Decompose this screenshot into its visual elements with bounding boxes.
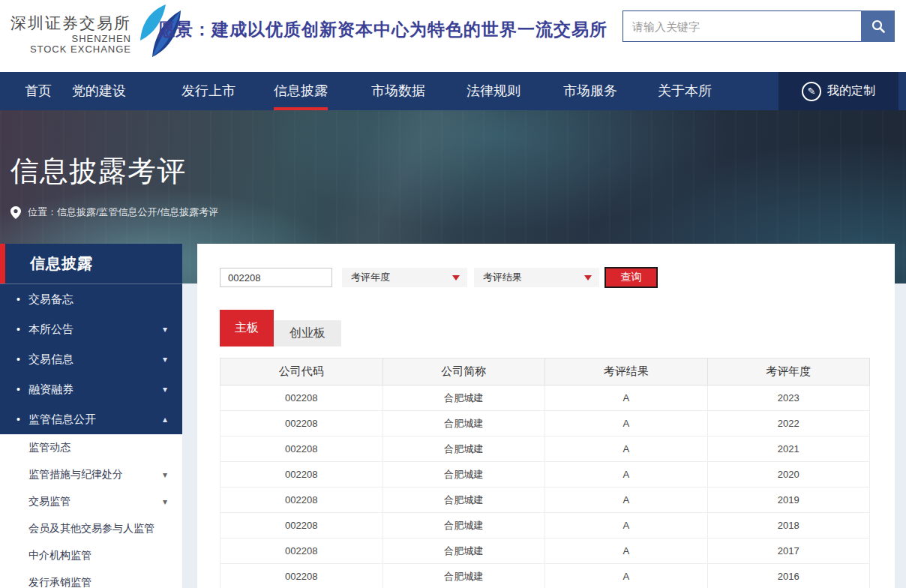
dropdown-arrow-icon: ▾ [163, 470, 167, 480]
table-row: 002208 合肥城建 A 2018 [220, 513, 870, 538]
eval-year-dropdown[interactable]: 考评年度 [342, 268, 467, 287]
table-body: 002208 合肥城建 A 2023 002208 合肥城建 A 2022 00… [220, 386, 870, 588]
cell-company-name: 合肥城建 [382, 386, 545, 411]
table-column-header: 考评结果 [545, 358, 708, 386]
nav-item[interactable]: 首页 [25, 72, 52, 110]
breadcrumb[interactable]: 位置：信息披露/监管信息公开/信息披露考评 [28, 206, 218, 219]
eval-result-dropdown-label: 考评结果 [483, 271, 522, 284]
nav-item[interactable]: 党的建设 [72, 72, 126, 110]
bullet-icon: • [16, 353, 28, 365]
sidebar-item-label: 监管信息公开 [28, 412, 96, 427]
sidebar-subitem-label: 发行承销监管 [28, 576, 92, 588]
nav-item[interactable]: 市场数据 [371, 72, 425, 110]
caret-down-icon [452, 275, 460, 280]
cell-eval-year: 2023 [707, 386, 870, 411]
table-row: 002208 合肥城建 A 2020 [220, 462, 870, 488]
sidebar-item[interactable]: • 交易信息 ▾ [0, 344, 182, 374]
search-icon [872, 20, 885, 33]
sidebar-subitem[interactable]: 监管措施与纪律处分 ▾ [0, 461, 182, 488]
nav-item[interactable]: 发行上市 [182, 72, 236, 110]
logo-name-cn: 深圳证券交易所 [10, 14, 131, 32]
cell-eval-result: A [545, 564, 708, 588]
table-row: 002208 合肥城建 A 2019 [220, 488, 870, 513]
sidebar-subitem[interactable]: 发行承销监管 [0, 569, 182, 588]
cell-company-code: 002208 [220, 488, 383, 513]
dropdown-arrow-icon: ▾ [163, 496, 167, 507]
breadcrumb-row: 位置：信息披露/监管信息公开/信息披露考评 [10, 206, 906, 219]
cell-eval-result: A [545, 513, 708, 538]
sidebar-subitem[interactable]: 交易监管 ▾ [0, 488, 182, 515]
cell-eval-result: A [545, 386, 708, 411]
search-button[interactable] [861, 10, 895, 42]
sidebar-item[interactable]: • 交易备忘 [0, 284, 182, 314]
logo-name-en1: SHENZHEN [10, 34, 131, 44]
logo-name-en2: STOCK EXCHANGE [10, 44, 131, 55]
sidebar-subitem-label: 监管措施与纪律处分 [28, 468, 123, 482]
nav-item[interactable]: 信息披露 [274, 72, 328, 110]
sidebar-title: 信息披露 [0, 244, 182, 284]
sidebar-subitem[interactable]: 中介机构监管 [0, 542, 182, 569]
sidebar-subitem-label: 交易监管 [28, 495, 70, 508]
sidebar-item-label: 本所公告 [28, 322, 74, 337]
table-column-header: 考评年度 [707, 358, 870, 386]
logo-link[interactable]: 深圳证券交易所 SHENZHEN STOCK EXCHANGE [10, 8, 182, 62]
nav-item[interactable]: 关于本所 [658, 72, 712, 110]
cell-company-code: 002208 [220, 513, 383, 538]
sidebar-item[interactable]: • 本所公告 ▾ [0, 314, 182, 344]
sidebar-item[interactable]: • 融资融券 ▾ [0, 374, 182, 404]
cell-eval-year: 2021 [707, 436, 870, 462]
dropdown-arrow-icon: ▾ [163, 354, 167, 364]
board-tab[interactable]: 主板 [220, 310, 274, 346]
board-tab[interactable]: 创业板 [274, 320, 341, 346]
bullet-icon: • [16, 293, 28, 305]
nav-item[interactable]: 法律规则 [466, 72, 520, 110]
cell-company-name: 合肥城建 [382, 538, 545, 564]
eval-year-dropdown-label: 考评年度 [351, 271, 390, 284]
cell-eval-year: 2022 [707, 411, 870, 436]
sidebar-subitem[interactable]: 会员及其他交易参与人监管 [0, 515, 182, 542]
cell-eval-result: A [545, 488, 708, 513]
cell-company-code: 002208 [220, 538, 383, 564]
cell-company-name: 合肥城建 [382, 513, 545, 538]
my-custom-label: 我的定制 [827, 83, 875, 99]
sidebar: 信息披露 • 交易备忘 • 本所公告 ▾ • 交易信息 ▾ [0, 244, 182, 588]
query-button[interactable]: 查询 [604, 267, 658, 288]
cell-eval-result: A [545, 411, 708, 436]
bullet-icon: • [16, 413, 28, 425]
table-column-header: 公司代码 [220, 358, 383, 386]
cell-company-code: 002208 [220, 386, 383, 411]
content-area: 信息披露 • 交易备忘 • 本所公告 ▾ • 交易信息 ▾ [0, 244, 906, 588]
pencil-circle-icon: ✎ [802, 82, 821, 101]
table-row: 002208 合肥城建 A 2021 [220, 436, 870, 462]
cell-company-name: 合肥城建 [382, 436, 545, 462]
table-row: 002208 合肥城建 A 2017 [220, 538, 870, 564]
table-row: 002208 合肥城建 A 2022 [220, 411, 870, 436]
bullet-icon: • [16, 323, 28, 335]
board-tabs: 主板 创业板 [220, 310, 895, 346]
sidebar-item-label: 融资融券 [28, 382, 74, 397]
table-row: 002208 合肥城建 A 2023 [220, 386, 870, 411]
cell-company-name: 合肥城建 [382, 462, 545, 488]
cell-company-code: 002208 [220, 462, 383, 488]
cell-company-code: 002208 [220, 411, 383, 436]
cell-eval-year: 2019 [707, 488, 870, 513]
sidebar-item-label: 交易备忘 [28, 292, 74, 307]
dropdown-arrow-icon: ▾ [163, 324, 167, 334]
table-column-header: 公司简称 [382, 358, 545, 386]
company-code-input[interactable] [220, 268, 332, 287]
sidebar-subitem[interactable]: 监管动态 [0, 434, 182, 461]
location-pin-icon [10, 206, 21, 219]
cell-eval-year: 2016 [707, 564, 870, 588]
eval-result-dropdown[interactable]: 考评结果 [474, 268, 599, 287]
search-input[interactable] [622, 10, 861, 42]
sidebar-item[interactable]: • 监管信息公开 ▴ [0, 404, 182, 434]
dropdown-arrow-icon: ▾ [163, 384, 167, 394]
nav-list: 首页 党的建设 发行上市 信息披露 市场数据 法律规则 市场服务 关于本所 [0, 72, 906, 110]
nav-item[interactable]: 市场服务 [563, 72, 617, 110]
cell-eval-year: 2018 [707, 513, 870, 538]
sidebar-submenu: 监管动态 监管措施与纪律处分 ▾ 交易监管 ▾ 会员及其他交易参与人监管 [0, 434, 182, 588]
my-custom-button[interactable]: ✎ 我的定制 [778, 72, 898, 110]
evaluation-table: 公司代码 公司简称 考评结果 考评年度 002208 合肥城建 A [220, 358, 870, 588]
caret-down-icon [584, 275, 592, 280]
sidebar-subitem-label: 会员及其他交易参与人监管 [28, 522, 154, 536]
